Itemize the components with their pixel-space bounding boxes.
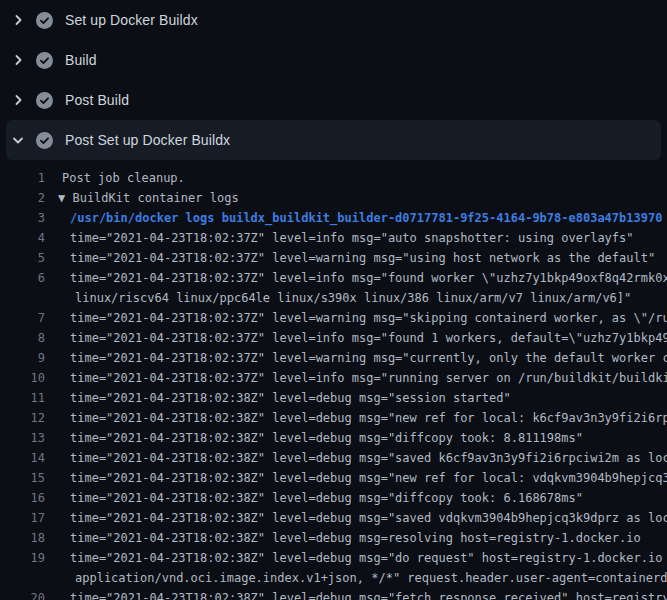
log-group-toggle[interactable]: ▼ BuildKit container logs (58, 188, 239, 208)
log-text: Post job cleanup. (62, 168, 185, 188)
check-circle-icon (36, 92, 53, 109)
log-line: 12time="2021-04-23T18:02:38Z" level=debu… (0, 408, 667, 428)
log-text: time="2021-04-23T18:02:37Z" level=info m… (70, 268, 667, 288)
step-label: Build (65, 52, 97, 68)
chevron-right-icon[interactable] (10, 92, 26, 108)
log-line: 16time="2021-04-23T18:02:38Z" level=debu… (0, 488, 667, 508)
check-circle-icon (36, 132, 53, 149)
chevron-down-icon[interactable] (10, 132, 26, 148)
log-text: linux/riscv64 linux/ppc64le linux/s390x … (75, 288, 631, 308)
log-text: time="2021-04-23T18:02:38Z" level=debug … (70, 488, 583, 508)
log-line: 15time="2021-04-23T18:02:38Z" level=debu… (0, 468, 667, 488)
line-number[interactable]: 2 (0, 188, 45, 208)
step-section-build[interactable]: Build (6, 40, 661, 80)
log-line: 3/usr/bin/docker logs buildx_buildkit_bu… (0, 208, 667, 228)
log-text: time="2021-04-23T18:02:37Z" level=warnin… (70, 308, 667, 328)
log-text: time="2021-04-23T18:02:38Z" level=debug … (70, 548, 667, 568)
log-line: 1Post job cleanup. (0, 168, 667, 188)
log-output: 1Post job cleanup.2▼ BuildKit container … (0, 160, 667, 600)
line-number[interactable]: 9 (0, 348, 45, 368)
step-label: Post Build (65, 92, 129, 108)
step-label: Set up Docker Buildx (65, 12, 198, 28)
log-line: 14time="2021-04-23T18:02:38Z" level=debu… (0, 448, 667, 468)
log-text: time="2021-04-23T18:02:38Z" level=debug … (70, 388, 511, 408)
log-line: 13time="2021-04-23T18:02:38Z" level=debu… (0, 428, 667, 448)
log-line: 2▼ BuildKit container logs (0, 188, 667, 208)
line-number[interactable]: 1 (0, 168, 45, 188)
step-section-set-up-docker-buildx[interactable]: Set up Docker Buildx (6, 0, 661, 40)
log-command-text: /usr/bin/docker logs buildx_buildkit_bui… (70, 208, 662, 228)
step-list: Set up Docker Buildx Build Post Build Po… (0, 0, 667, 160)
log-text: time="2021-04-23T18:02:37Z" level=info m… (70, 328, 667, 348)
log-text: time="2021-04-23T18:02:37Z" level=info m… (70, 368, 667, 388)
log-line: 4time="2021-04-23T18:02:37Z" level=info … (0, 228, 667, 248)
line-number[interactable]: 10 (0, 368, 45, 388)
line-number[interactable]: 11 (0, 388, 45, 408)
line-number[interactable]: 18 (0, 528, 45, 548)
step-section-post-set-up-docker-buildx[interactable]: Post Set up Docker Buildx (6, 120, 661, 160)
actions-log-viewer: Set up Docker Buildx Build Post Build Po… (0, 0, 667, 600)
log-text: time="2021-04-23T18:02:38Z" level=debug … (70, 448, 667, 468)
log-text: application/vnd.oci.image.index.v1+json,… (75, 568, 667, 588)
log-text: time="2021-04-23T18:02:38Z" level=debug … (70, 428, 583, 448)
line-number[interactable]: 13 (0, 428, 45, 448)
log-text: time="2021-04-23T18:02:38Z" level=debug … (70, 468, 667, 488)
line-number[interactable]: 17 (0, 508, 45, 528)
log-line: 10time="2021-04-23T18:02:37Z" level=info… (0, 368, 667, 388)
log-line: 17time="2021-04-23T18:02:38Z" level=debu… (0, 508, 667, 528)
step-section-post-build[interactable]: Post Build (6, 80, 661, 120)
line-number[interactable]: 12 (0, 408, 45, 428)
step-label: Post Set up Docker Buildx (65, 132, 230, 148)
log-text: time="2021-04-23T18:02:38Z" level=debug … (70, 408, 667, 428)
line-number[interactable]: 16 (0, 488, 45, 508)
line-number[interactable]: 8 (0, 328, 45, 348)
line-number[interactable]: 3 (0, 208, 45, 228)
log-text: time="2021-04-23T18:02:37Z" level=warnin… (70, 248, 655, 268)
log-text: time="2021-04-23T18:02:38Z" level=debug … (70, 508, 667, 528)
log-text: time="2021-04-23T18:02:38Z" level=debug … (70, 588, 667, 600)
log-line: 5time="2021-04-23T18:02:37Z" level=warni… (0, 248, 667, 268)
chevron-right-icon[interactable] (10, 52, 26, 68)
check-circle-icon (36, 52, 53, 69)
line-number[interactable]: 4 (0, 228, 45, 248)
line-number[interactable]: 20 (0, 588, 45, 600)
chevron-right-icon[interactable] (10, 12, 26, 28)
log-text: time="2021-04-23T18:02:38Z" level=debug … (70, 528, 641, 548)
line-number[interactable]: 7 (0, 308, 45, 328)
line-number[interactable]: 19 (0, 548, 45, 568)
log-line: 18time="2021-04-23T18:02:38Z" level=debu… (0, 528, 667, 548)
line-number[interactable]: 14 (0, 448, 45, 468)
log-text: time="2021-04-23T18:02:37Z" level=info m… (70, 228, 634, 248)
log-line: 11time="2021-04-23T18:02:38Z" level=debu… (0, 388, 667, 408)
log-line: 7time="2021-04-23T18:02:37Z" level=warni… (0, 308, 667, 328)
log-line: 6time="2021-04-23T18:02:37Z" level=info … (0, 268, 667, 288)
log-line: 9time="2021-04-23T18:02:37Z" level=warni… (0, 348, 667, 368)
line-number[interactable]: 15 (0, 468, 45, 488)
log-line: 8time="2021-04-23T18:02:37Z" level=info … (0, 328, 667, 348)
check-circle-icon (36, 12, 53, 29)
line-number[interactable]: 6 (0, 268, 45, 288)
log-line: 19time="2021-04-23T18:02:38Z" level=debu… (0, 548, 667, 568)
log-line-continuation: application/vnd.oci.image.index.v1+json,… (0, 568, 667, 588)
line-number[interactable]: 5 (0, 248, 45, 268)
log-text: time="2021-04-23T18:02:37Z" level=warnin… (70, 348, 667, 368)
log-line-continuation: linux/riscv64 linux/ppc64le linux/s390x … (0, 288, 667, 308)
log-line: 20time="2021-04-23T18:02:38Z" level=debu… (0, 588, 667, 600)
